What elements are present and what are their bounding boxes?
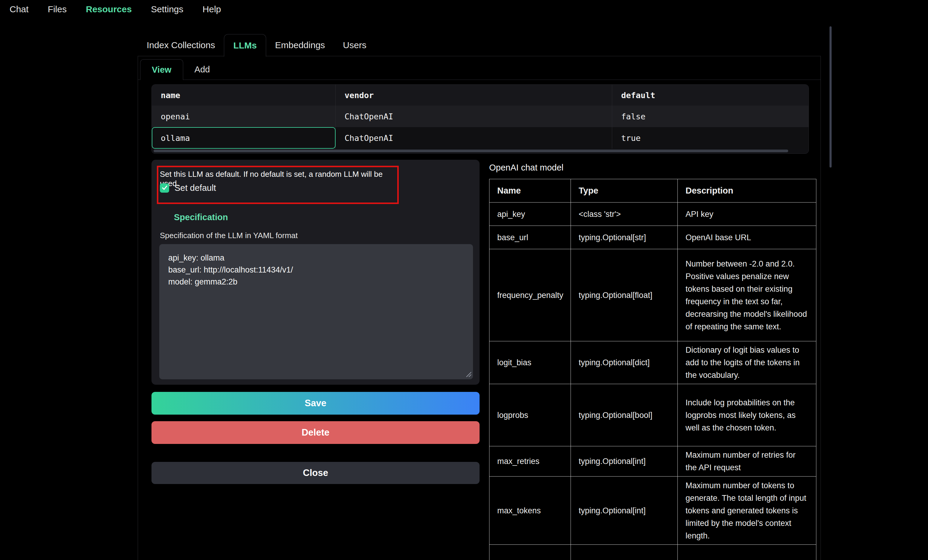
doc-header-row: Name Type Description: [490, 179, 817, 202]
doc-cell-description: Include log probabilities on the logprob…: [678, 384, 817, 446]
doc-cell-type: typing.Optional[dict]: [571, 341, 678, 384]
set-default-label[interactable]: Set default: [174, 183, 216, 193]
yaml-spec-textarea[interactable]: api_key: ollama base_url: http://localho…: [159, 244, 473, 379]
llm-col-default: default: [612, 85, 809, 106]
model-doc-title: OpenAI chat model: [489, 163, 563, 173]
doc-cell-type: <class 'str'>: [571, 202, 678, 226]
llm-row-openai[interactable]: openai ChatOpenAI false: [152, 106, 809, 127]
tab-llms[interactable]: LLMs: [224, 34, 266, 56]
resource-tab-bar: Index Collections LLMs Embeddings Users: [138, 34, 375, 56]
doc-cell-description: Maximum number of tokens to generate. Th…: [678, 476, 817, 545]
doc-cell-name: max_retries: [490, 446, 571, 476]
llm-table-header: name vendor default: [152, 85, 809, 106]
set-default-row: Set default: [160, 183, 216, 193]
doc-cell-type: typing.Optional[str]: [571, 226, 678, 249]
doc-cell-name: base_url: [490, 226, 571, 249]
doc-row-logprobs: logprobs typing.Optional[bool] Include l…: [490, 384, 817, 446]
doc-cell-name: logit_bias: [490, 341, 571, 384]
llm-cell-default[interactable]: false: [612, 106, 809, 127]
delete-button[interactable]: Delete: [151, 421, 479, 444]
specification-heading: Specification: [174, 212, 228, 222]
doc-row-api-key: api_key <class 'str'> API key: [490, 202, 817, 226]
doc-cell-type: typing.Optional[int]: [571, 476, 678, 545]
doc-cell-name: max_tokens: [490, 476, 571, 545]
doc-cell-name: frequency_penalty: [490, 249, 571, 341]
doc-row-frequency-penalty: frequency_penalty typing.Optional[float]…: [490, 249, 817, 341]
nav-item-files[interactable]: Files: [47, 4, 66, 14]
checkmark-icon: [162, 184, 168, 192]
llm-row-ollama[interactable]: ollama ChatOpenAI true: [152, 127, 809, 149]
doc-cell-type: typing.Optional[float]: [571, 249, 678, 341]
tab-add[interactable]: Add: [183, 59, 221, 79]
doc-col-type: Type: [571, 179, 678, 202]
llm-col-name: name: [152, 85, 336, 106]
tab-embeddings[interactable]: Embeddings: [266, 34, 334, 56]
save-button[interactable]: Save: [151, 392, 479, 415]
doc-cell-description: [678, 545, 817, 560]
doc-cell-description: Dictionary of logit bias values to add t…: [678, 341, 817, 384]
tab-users[interactable]: Users: [334, 34, 375, 56]
model-doc-table: Name Type Description api_key <class 'st…: [489, 179, 817, 560]
view-add-tab-bar: View Add: [140, 59, 221, 80]
nav-item-resources[interactable]: Resources: [86, 4, 132, 14]
doc-cell-description: Number between -2.0 and 2.0. Positive va…: [678, 249, 817, 341]
set-default-checkbox[interactable]: [160, 183, 169, 193]
doc-row-max-retries: max_retries typing.Optional[int] Maximum…: [490, 446, 817, 476]
specification-hint: Specification of the LLM in YAML format: [160, 231, 298, 240]
doc-cell-description: OpenAI base URL: [678, 226, 817, 249]
doc-cell-name: api_key: [490, 202, 571, 226]
doc-cell-description: Maximum number of retries for the API re…: [678, 446, 817, 476]
tab-index-collections[interactable]: Index Collections: [138, 34, 224, 56]
llm-col-vendor: vendor: [336, 85, 612, 106]
doc-cell-type: typing.Optional[bool]: [571, 384, 678, 446]
sub-tab-divider: [138, 79, 821, 80]
llm-cell-name[interactable]: ollama: [152, 127, 336, 149]
resize-handle-icon[interactable]: [464, 370, 472, 377]
doc-col-description: Description: [678, 179, 817, 202]
doc-cell-type: [571, 545, 678, 560]
nav-item-help[interactable]: Help: [203, 4, 221, 14]
close-button[interactable]: Close: [151, 462, 479, 484]
doc-cell-name: logprobs: [490, 384, 571, 446]
llm-cell-default[interactable]: true: [612, 127, 809, 149]
doc-row-partial: [490, 545, 817, 560]
doc-cell-type: typing.Optional[int]: [571, 446, 678, 476]
doc-row-max-tokens: max_tokens typing.Optional[int] Maximum …: [490, 476, 817, 545]
nav-item-settings[interactable]: Settings: [151, 4, 183, 14]
llm-cell-name[interactable]: openai: [152, 106, 336, 127]
doc-cell-name: [490, 545, 571, 560]
page-vertical-scrollbar[interactable]: [829, 26, 832, 167]
tab-view[interactable]: View: [140, 59, 183, 80]
doc-row-base-url: base_url typing.Optional[str] OpenAI bas…: [490, 226, 817, 249]
doc-col-name: Name: [490, 179, 571, 202]
llm-cell-vendor[interactable]: ChatOpenAI: [336, 106, 612, 127]
top-navigation: Chat Files Resources Settings Help: [0, 0, 928, 18]
doc-row-logit-bias: logit_bias typing.Optional[dict] Diction…: [490, 341, 817, 384]
llm-list-table: name vendor default openai ChatOpenAI fa…: [151, 84, 809, 154]
doc-cell-description: API key: [678, 202, 817, 226]
nav-item-chat[interactable]: Chat: [9, 4, 29, 14]
llm-cell-vendor[interactable]: ChatOpenAI: [336, 127, 612, 149]
table-horizontal-scrollbar[interactable]: [154, 149, 788, 152]
